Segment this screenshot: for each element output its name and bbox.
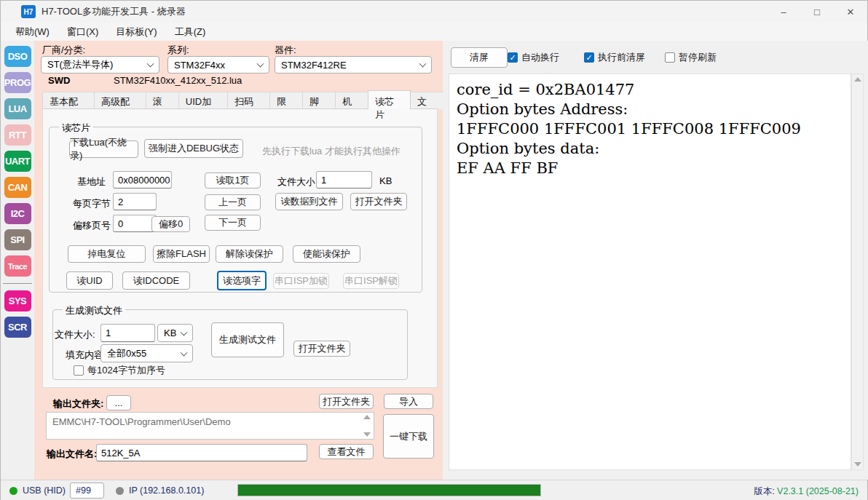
menu-tools[interactable]: 工具(Z) [167,23,213,41]
offset-zero-button[interactable]: 偏移0 [151,216,190,232]
generate-test-file-group: 生成测试文件 文件大小: 1 KB 生成测试文件 打开文件夹 填充内容 全部0x… [52,309,408,380]
next-page-button[interactable]: 下一页 [205,215,261,231]
console-output[interactable]: core_id = 0x2BA01477 Option bytes Addres… [449,74,851,470]
test-file-size-input[interactable]: 1 [100,324,155,342]
tab-uid-encrypt[interactable]: UID加密 [178,92,228,109]
sidebar-item-spi[interactable]: SPI [4,229,31,250]
pause-refresh-checkbox-row[interactable]: 暂停刷新 [665,51,717,64]
force-debug-button[interactable]: 强制进入DEBUG状态 [144,139,243,158]
read-to-file-button[interactable]: 读数据到文件 [275,193,343,210]
browse-folder-button[interactable]: ... [106,395,131,410]
tab-basic-config[interactable]: 基本配置 [42,92,95,109]
sidebar-item-lua[interactable]: LUA [4,98,31,119]
series-value: STM32F4xx [174,60,225,71]
console-line: core_id = 0x2BA01477 [457,80,843,100]
console-line: Option bytes data: [457,139,843,159]
base-addr-label: 基地址 [77,175,106,189]
part-value: STM32F412RE [281,60,347,71]
erase-flash-button[interactable]: 擦除FLASH [153,245,210,263]
vendor-value: ST(意法半导体) [47,58,113,71]
tab-read-chip[interactable]: 读芯片 [368,90,411,109]
scroll-down-icon[interactable] [363,432,371,437]
seq-number-checkbox-row[interactable]: 每1024字节加序号 [74,364,165,377]
prev-page-button[interactable]: 上一页 [205,194,261,210]
offset-page-input[interactable]: 0 [113,215,157,232]
base-addr-input[interactable]: 0x08000000 [113,171,172,189]
clear-screen-button[interactable]: 清屏 [451,47,508,68]
chevron-down-icon [419,60,427,68]
vendor-select[interactable]: ST(意法半导体) [41,56,159,74]
power-reset-button[interactable]: 掉电复位 [68,245,146,263]
tab-machine[interactable]: 机台 [335,92,368,109]
read-option-bytes-button[interactable]: 读选项字 [217,271,267,290]
sidebar-item-rtt[interactable]: RTT [4,124,31,146]
output-path-box[interactable]: EMMC\H7-TOOL\Programmer\User\Demo [46,412,374,440]
menu-help[interactable]: 帮助(W) [8,23,57,41]
output-open-folder-button[interactable]: 打开文件夹 [319,394,374,409]
tab-rolling-code[interactable]: 滚码 [146,92,179,109]
test-open-folder-button[interactable]: 打开文件夹 [293,341,350,357]
output-name-input[interactable]: 512K_5A [96,444,307,461]
series-select[interactable]: STM32F4xx [167,56,269,74]
maximize-button[interactable]: □ [800,1,834,23]
isp-unlock-button[interactable]: 串口ISP解锁 [343,273,399,289]
tab-strip: 基本配置 高级配置 滚码 UID加密 扫码枪 限制 脚本 机台 读芯片 文件 [42,90,443,109]
tab-scanner[interactable]: 扫码枪 [227,92,270,109]
file-size-input[interactable]: 1 [316,171,372,189]
path-scrollbar[interactable] [361,413,373,439]
isp-lock-button[interactable]: 串口ISP加锁 [273,273,329,289]
enable-read-protect-button[interactable]: 使能读保护 [293,245,360,263]
menu-target-board[interactable]: 目标板(Y) [108,23,164,41]
fill-content-label: 填充内容 [66,349,103,362]
ip-status-dot [116,487,124,495]
menu-bar: 帮助(W) 窗口(X) 目标板(Y) 工具(Z) [1,23,867,41]
channel-select[interactable]: #99 [70,483,104,499]
sidebar-item-uart[interactable]: UART [4,151,31,172]
sidebar-item-sys[interactable]: SYS [4,290,31,311]
sidebar-item-prog[interactable]: PROG [4,72,31,93]
menu-window[interactable]: 窗口(X) [60,23,106,41]
generate-test-file-group-title: 生成测试文件 [63,304,125,317]
sidebar-item-can[interactable]: CAN [4,177,31,198]
tab-file[interactable]: 文件 [410,92,443,109]
scroll-up-icon[interactable] [363,415,371,419]
fill-content-select[interactable]: 全部0x55 [100,344,193,362]
sidebar-item-trace[interactable]: Trace [4,255,31,277]
tab-advanced-config[interactable]: 高级配置 [94,92,146,109]
read-one-page-button[interactable]: 读取1页 [205,172,261,189]
sidebar-item-scr[interactable]: SCR [4,317,31,338]
close-button[interactable]: ✕ [834,1,867,23]
sidebar-item-i2c[interactable]: I2C [4,203,31,224]
one-key-download-button[interactable]: 一键下载 [383,414,434,459]
generate-test-file-button[interactable]: 生成测试文件 [211,322,284,357]
download-lua-button[interactable]: 下载Lua(不烧录) [69,140,138,158]
part-select[interactable]: STM32F412RE [275,56,432,74]
tab-limit[interactable]: 限制 [269,92,303,109]
read-uid-button[interactable]: 读UID [66,271,113,290]
seq-number-checkbox[interactable] [74,365,84,376]
fill-content-value: 全部0x55 [107,347,146,360]
page-bytes-input[interactable]: 2 [113,193,157,210]
auto-wrap-checkbox[interactable]: ✓ [508,52,518,63]
vendor-label: 厂商/分类: [42,44,85,57]
test-file-size-unit-select[interactable]: KB [157,324,193,342]
tab-script[interactable]: 脚本 [302,92,336,109]
scroll-up-icon[interactable] [854,77,861,82]
pause-refresh-checkbox[interactable] [665,52,675,63]
auto-wrap-checkbox-row[interactable]: ✓ 自动换行 [508,51,559,64]
status-bar: USB (HID) #99 IP (192.168.0.101) 版本: V2.… [1,480,867,500]
open-folder-button[interactable]: 打开文件夹 [350,193,407,210]
minimize-button[interactable]: – [767,1,800,23]
import-button[interactable]: 导入 [384,394,433,409]
remove-read-protect-button[interactable]: 解除读保护 [216,245,283,263]
chevron-down-icon [147,60,154,68]
ip-status-label: IP (192.168.0.101) [129,485,204,496]
progress-bar [237,484,541,496]
scroll-down-icon[interactable] [854,462,861,467]
read-idcode-button[interactable]: 读IDCODE [122,271,190,290]
sidebar-item-dso[interactable]: DSO [4,46,31,67]
clear-before-run-checkbox[interactable]: ✓ [584,52,594,63]
console-scrollbar[interactable] [851,74,864,470]
clear-before-run-checkbox-row[interactable]: ✓ 执行前清屏 [584,51,645,64]
view-file-button[interactable]: 查看文件 [319,444,374,459]
